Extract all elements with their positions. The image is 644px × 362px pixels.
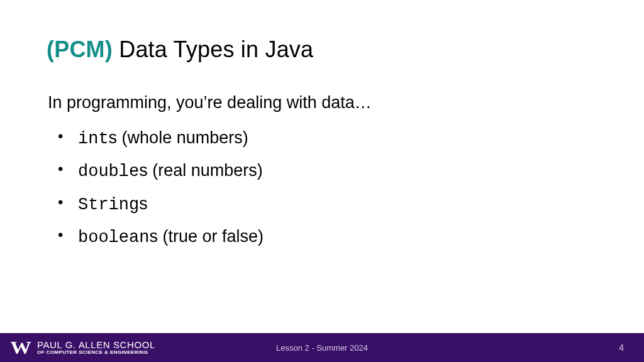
intro-text: In programming, you’re dealing with data… xyxy=(48,93,597,112)
slide: (PCM) Data Types in Java In programming,… xyxy=(0,0,644,362)
bullet-list: ints (whole numbers) doubles (real numbe… xyxy=(53,126,597,250)
code-token: int xyxy=(78,129,109,148)
page-number: 4 xyxy=(619,343,624,353)
item-desc: (whole numbers) xyxy=(117,128,248,147)
item-desc: (real numbers) xyxy=(148,161,263,180)
code-token: boolean xyxy=(78,228,149,247)
footer-bar: W PAUL G. ALLEN SCHOOL OF COMPUTER SCIEN… xyxy=(0,333,644,362)
uw-logo-icon: W xyxy=(10,338,30,357)
school-subname: OF COMPUTER SCIENCE & ENGINEERING xyxy=(37,350,155,355)
school-name-block: PAUL G. ALLEN SCHOOL OF COMPUTER SCIENCE… xyxy=(37,340,155,355)
lesson-label: Lesson 2 - Summer 2024 xyxy=(276,343,368,353)
title-text: Data Types in Java xyxy=(113,36,313,62)
slide-content: (PCM) Data Types in Java In programming,… xyxy=(0,0,644,333)
title-prefix: (PCM) xyxy=(47,36,113,62)
code-suffix: s xyxy=(139,194,148,213)
list-item: ints (whole numbers) xyxy=(53,126,597,150)
slide-title: (PCM) Data Types in Java xyxy=(47,36,597,63)
code-token: double xyxy=(78,162,139,181)
logo-block: W PAUL G. ALLEN SCHOOL OF COMPUTER SCIEN… xyxy=(11,338,155,357)
item-desc: (true or false) xyxy=(158,227,264,246)
code-suffix: s xyxy=(109,128,118,147)
list-item: booleans (true or false) xyxy=(53,225,597,249)
code-suffix: s xyxy=(139,161,148,180)
list-item: Strings xyxy=(53,192,597,216)
list-item: doubles (real numbers) xyxy=(53,159,597,183)
school-name: PAUL G. ALLEN SCHOOL xyxy=(37,340,155,349)
code-token: String xyxy=(78,195,139,214)
code-suffix: s xyxy=(149,227,158,246)
